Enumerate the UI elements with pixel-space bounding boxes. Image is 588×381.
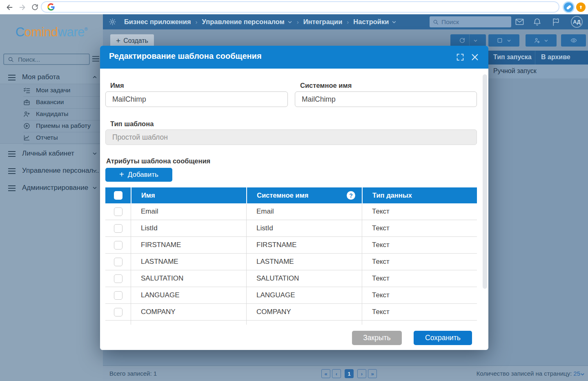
- chevron-down-icon: [392, 20, 396, 25]
- search-placeholder: Поиск: [441, 18, 459, 26]
- row-checkbox[interactable]: [114, 274, 122, 283]
- system-name-field[interactable]: [295, 91, 477, 107]
- table-row: LASTNAME LASTNAME Текст: [105, 254, 477, 270]
- pagination-first-button[interactable]: «: [321, 369, 330, 378]
- sidebar-section-personal[interactable]: Личный кабинет: [0, 148, 103, 159]
- close-icon[interactable]: [470, 53, 479, 62]
- flag-icon[interactable]: [551, 17, 561, 27]
- row-checkbox[interactable]: [114, 291, 122, 300]
- row-checkbox[interactable]: [114, 308, 122, 316]
- edit-template-dialog: Редактирование шаблона сообщения Имя Сис…: [100, 46, 488, 350]
- column-header-system-name[interactable]: Системное имя ?: [246, 187, 362, 203]
- select-all-checkbox[interactable]: [114, 191, 122, 200]
- breadcrumb-separator: ›: [196, 18, 198, 25]
- column-header-name[interactable]: Имя: [131, 187, 246, 203]
- attr-name-cell: SALUTATION: [131, 270, 246, 287]
- browser-reload-icon[interactable]: [31, 3, 39, 11]
- sidebar-section-my-work[interactable]: Моя работа: [0, 72, 103, 82]
- table-row: SALUTATION SALUTATION Текст: [105, 270, 477, 287]
- chevron-down-icon: [507, 38, 511, 43]
- name-field-label: Имя: [110, 82, 124, 89]
- pagination: « ‹ 1 › »: [321, 369, 377, 378]
- user-avatar[interactable]: АД: [571, 16, 583, 28]
- settings-gear-icon[interactable]: [109, 18, 116, 26]
- sidebar-item-vacancies[interactable]: Вакансии: [0, 97, 103, 109]
- breadcrumb: Бизнес приложения › Управление персонало…: [124, 14, 396, 29]
- chevron-down-icon: [473, 38, 478, 43]
- task-list-icon: [23, 87, 30, 94]
- chevron-down-icon: [544, 38, 548, 43]
- chart-icon: [23, 134, 30, 141]
- sidebar-item-reports[interactable]: Отчеты: [0, 132, 103, 144]
- fullscreen-icon[interactable]: [456, 53, 465, 62]
- pagination-page-1[interactable]: 1: [345, 369, 354, 378]
- attributes-table-body: Email Email Текст ListId ListId Текст FI: [105, 203, 477, 321]
- browser-forward-icon[interactable]: [18, 3, 27, 12]
- mail-icon[interactable]: [515, 17, 524, 27]
- table-row: FIRSTNAME FIRSTNAME Текст: [105, 237, 477, 254]
- template-type-field: [105, 129, 477, 145]
- column-header[interactable]: Тип запуска: [493, 53, 532, 61]
- watch-button[interactable]: [561, 34, 586, 47]
- dialog-header: Редактирование шаблона сообщения: [100, 46, 488, 69]
- refresh-split-button[interactable]: [450, 34, 486, 47]
- dialog-scrollbar[interactable]: [483, 74, 487, 289]
- pagination-prev-button[interactable]: ‹: [332, 369, 341, 378]
- user-settings-dropdown-button[interactable]: [526, 34, 557, 47]
- save-button[interactable]: Сохранить: [414, 331, 472, 345]
- sidebar-menu-icon[interactable]: [92, 56, 99, 62]
- browser-extension-upload-icon[interactable]: [576, 2, 586, 12]
- close-button[interactable]: Закрыть: [352, 331, 402, 345]
- comindware-logo: Comindware®: [0, 25, 103, 40]
- sidebar-item-my-tasks[interactable]: Мои задачи: [0, 85, 103, 97]
- row-checkbox[interactable]: [114, 258, 122, 266]
- name-field[interactable]: [105, 91, 288, 107]
- table-row: LANGUAGE LANGUAGE Текст: [105, 287, 477, 304]
- square-icon: [497, 37, 503, 44]
- attributes-table-header: Имя Системное имя ? Тип данных: [105, 187, 477, 203]
- view-dropdown-button[interactable]: [488, 34, 519, 47]
- pagination-next-button[interactable]: ›: [357, 369, 366, 378]
- attr-name-cell: Email: [131, 203, 246, 220]
- add-attribute-button[interactable]: + Добавить: [105, 168, 172, 182]
- sidebar-section-administration[interactable]: Администрирование: [0, 183, 103, 193]
- chevron-up-icon: [92, 75, 97, 80]
- browser-toolbar: [0, 0, 588, 14]
- breadcrumb-item-integrations[interactable]: Интеграции: [303, 18, 343, 26]
- attr-system-cell: ListId: [246, 220, 362, 236]
- breadcrumb-item-settings[interactable]: Настройки: [353, 18, 396, 26]
- sidebar-item-hiring[interactable]: Приемы на работу: [0, 120, 103, 132]
- table-row: Email Email Текст: [105, 203, 477, 220]
- status-bar: Всего записей: 1 « ‹ 1 › » Количество за…: [103, 365, 588, 381]
- attributes-heading: Атрибуты шаблона сообщения: [106, 157, 210, 165]
- row-checkbox[interactable]: [114, 207, 122, 216]
- search-placeholder: Поиск...: [18, 56, 40, 63]
- attr-type-cell: Текст: [362, 304, 477, 320]
- column-header[interactable]: В архиве: [541, 53, 570, 61]
- attr-system-cell: Email: [246, 203, 362, 220]
- browser-back-icon[interactable]: [5, 3, 14, 12]
- column-header-data-type[interactable]: Тип данных: [362, 187, 477, 203]
- create-button[interactable]: +Создать: [110, 34, 154, 47]
- screen: Бизнес приложения › Управление персонало…: [0, 0, 588, 381]
- breadcrumb-item-apps[interactable]: Бизнес приложения: [124, 18, 191, 26]
- pagination-last-button[interactable]: »: [368, 369, 377, 378]
- help-icon[interactable]: ?: [347, 191, 355, 200]
- menu-icon: [8, 75, 16, 80]
- sidebar-item-candidates[interactable]: Кандидаты: [0, 109, 103, 120]
- per-page-selector[interactable]: 25: [573, 370, 585, 377]
- attr-system-cell: SALUTATION: [246, 270, 362, 287]
- row-checkbox[interactable]: [114, 241, 122, 250]
- notifications-bell-icon[interactable]: [532, 17, 542, 27]
- attr-system-cell: LASTNAME: [246, 254, 362, 270]
- row-checkbox[interactable]: [114, 224, 122, 233]
- address-bar[interactable]: [41, 1, 559, 13]
- sidebar-section-hr-management[interactable]: Управление персонал...: [0, 165, 103, 176]
- table-row: ListId ListId Текст: [105, 220, 477, 237]
- breadcrumb-separator: ›: [347, 18, 349, 25]
- sidebar: Comindware® Поиск... Моя работа Мои зада…: [0, 14, 103, 381]
- global-search-input[interactable]: Поиск: [430, 16, 511, 27]
- breadcrumb-item-hr[interactable]: Управление персоналом: [202, 18, 292, 26]
- sidebar-search-input[interactable]: Поиск...: [3, 53, 90, 65]
- browser-extension-icon[interactable]: [564, 2, 573, 12]
